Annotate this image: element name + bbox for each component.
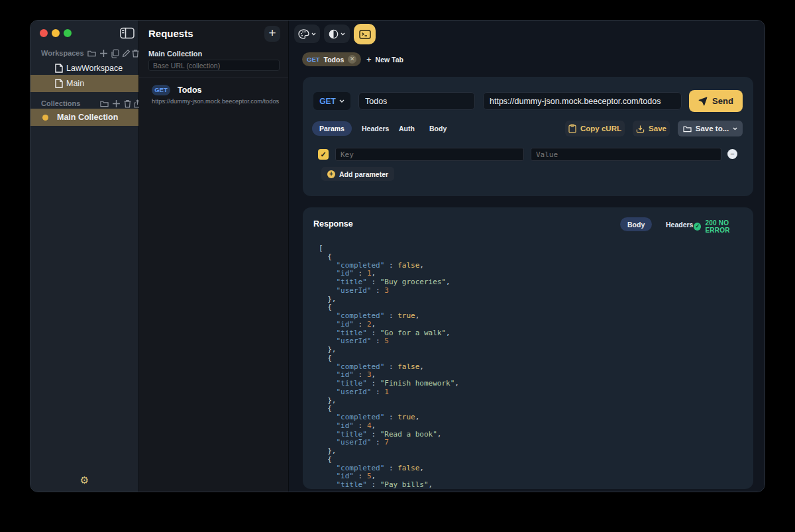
copy-curl-button[interactable]: Copy cURL [565, 121, 625, 136]
request-name-input[interactable] [358, 92, 475, 110]
param-value-input[interactable] [531, 148, 721, 161]
panel-divider [139, 77, 288, 78]
param-enabled-checkbox[interactable]: ✓ [318, 149, 329, 160]
collection-label: Main Collection [57, 113, 118, 122]
base-url-input[interactable] [148, 60, 280, 71]
response-title: Response [313, 219, 353, 229]
contrast-mode-dropdown[interactable] [324, 25, 350, 43]
tab-headers[interactable]: Headers [354, 121, 396, 136]
plus-icon: + [366, 54, 372, 64]
param-key-input[interactable] [335, 148, 524, 161]
add-workspace-icon[interactable] [99, 49, 108, 58]
add-parameter-button[interactable]: + Add parameter [321, 167, 394, 181]
json-line: }, [319, 295, 747, 304]
send-label: Send [712, 96, 733, 106]
document-icon [55, 64, 63, 73]
requests-panel: Requests + Main Collection GET Todos htt… [139, 21, 289, 492]
sidebar-item-main[interactable]: Main [30, 75, 138, 92]
sidebar-item-main-collection[interactable]: Main Collection [30, 109, 138, 126]
add-parameter-label: Add parameter [339, 170, 388, 178]
save-label: Save [649, 125, 666, 133]
plus-circle-icon: + [327, 170, 335, 178]
json-line: "completed" : true, [319, 312, 747, 321]
tab-params[interactable]: Params [312, 121, 352, 136]
traffic-zoom-button[interactable] [64, 29, 72, 37]
json-line: }, [319, 346, 747, 354]
json-line: "userId" : 3 [319, 287, 747, 295]
collections-label: Collections [41, 99, 80, 107]
save-to-dropdown[interactable]: Save to... [678, 121, 743, 136]
remove-param-icon[interactable]: − [727, 149, 737, 159]
json-line: [ [319, 244, 747, 253]
response-tab-body[interactable]: Body [620, 217, 652, 231]
chevron-down-icon [341, 32, 345, 36]
workspace-label: Main [66, 79, 84, 88]
send-button[interactable]: Send [689, 90, 743, 112]
response-body-json[interactable]: [ { "completed" : false, "id" : 1, "titl… [319, 244, 747, 489]
trash-icon[interactable] [123, 99, 132, 108]
requests-panel-title: Requests [148, 28, 193, 39]
terminal-toggle-button[interactable] [354, 24, 376, 44]
json-line: }, [319, 397, 747, 405]
traffic-close-button[interactable] [40, 29, 48, 37]
method-value: GET [319, 97, 336, 106]
request-name: Todos [178, 85, 202, 95]
chevron-down-icon [339, 99, 344, 103]
app-window: Workspaces LawWorkspace Main Collections… [30, 20, 765, 492]
tab-close-icon[interactable]: ✕ [348, 55, 356, 64]
save-icon [636, 125, 645, 133]
json-line: "completed" : false, [319, 363, 747, 372]
json-line: "title" : "Pay bills", [319, 481, 747, 489]
response-status: ✓ 200 NO ERROR [694, 219, 753, 234]
save-to-label: Save to... [696, 125, 729, 133]
tab-body[interactable]: Body [422, 121, 454, 136]
json-line: }, [319, 447, 747, 456]
json-line: "userId" : 1 [319, 388, 747, 397]
collections-header: Collections [30, 99, 138, 109]
status-text: 200 NO ERROR [705, 219, 753, 234]
main-area: GET Todos ✕ + New Tab GET Send Params He… [289, 21, 765, 492]
contrast-icon [329, 29, 339, 39]
chevron-down-icon [733, 127, 737, 131]
new-folder-icon[interactable] [100, 99, 109, 108]
palette-icon [298, 29, 309, 39]
theme-palette-dropdown[interactable] [294, 25, 320, 43]
json-line: "completed" : false, [319, 262, 747, 270]
tab-todos[interactable]: GET Todos ✕ [302, 52, 361, 66]
terminal-icon [359, 30, 371, 39]
clipboard-icon [568, 124, 576, 133]
method-badge: GET [152, 85, 170, 95]
workspaces-label: Workspaces [41, 49, 84, 57]
settings-gear-icon[interactable]: ⚙ [30, 474, 138, 486]
collection-dot-icon [42, 115, 48, 121]
save-button[interactable]: Save [633, 121, 670, 136]
add-request-button[interactable]: + [264, 26, 280, 42]
json-line: "completed" : false, [319, 464, 747, 473]
method-select[interactable]: GET [313, 92, 350, 110]
edit-pencil-icon[interactable] [122, 49, 131, 58]
new-folder-icon[interactable] [87, 49, 96, 58]
json-line: "userId" : 5 [319, 337, 747, 346]
send-icon [698, 97, 708, 106]
add-collection-icon[interactable] [112, 99, 121, 108]
tab-method: GET [307, 56, 320, 63]
collection-name-label: Main Collection [148, 50, 202, 58]
tab-name: Todos [324, 56, 344, 64]
workspace-sidebar: Workspaces LawWorkspace Main Collections… [30, 21, 139, 492]
request-url-input[interactable] [483, 92, 682, 110]
json-line: "userId" : 7 [319, 439, 747, 447]
traffic-minimize-button[interactable] [52, 29, 60, 37]
tab-auth[interactable]: Auth [392, 121, 422, 136]
chevron-down-icon [311, 32, 316, 36]
copy-curl-label: Copy cURL [580, 125, 621, 133]
sidebar-toggle-icon[interactable] [120, 27, 134, 39]
workspaces-header: Workspaces [30, 48, 138, 59]
response-card: Response Body Headers ✓ 200 NO ERROR [ {… [303, 207, 753, 489]
request-builder-card: GET Send Params Headers Auth Body Copy c… [303, 77, 753, 196]
new-tab-label: New Tab [376, 56, 403, 64]
document-icon [55, 79, 63, 88]
request-list-item-todos[interactable]: GET Todos https://dummy-json.mock.beecep… [139, 79, 288, 109]
duplicate-icon[interactable] [111, 49, 119, 58]
new-tab-button[interactable]: + New Tab [366, 52, 403, 66]
status-check-icon: ✓ [694, 223, 701, 231]
